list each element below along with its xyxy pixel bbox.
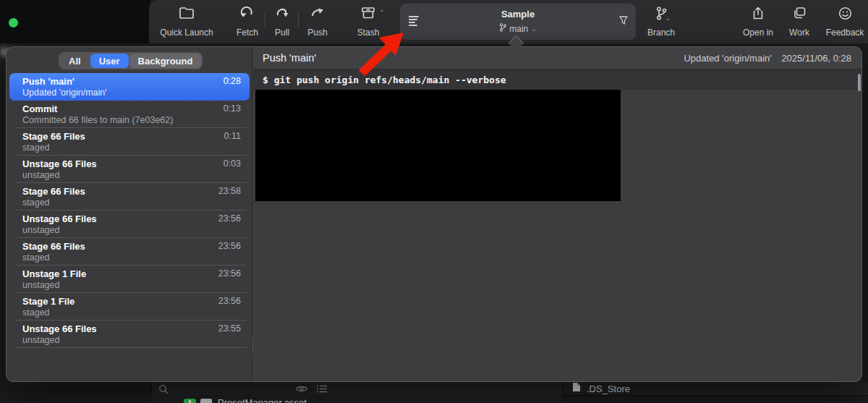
search-icon[interactable] (158, 384, 169, 394)
detail-header: Push 'main' Updated 'origin/main' 2025/1… (253, 47, 862, 69)
activity-row-unstage[interactable]: Unstage 66 Files unstaged 0:03 (9, 156, 250, 183)
repo-status-box[interactable]: Sample main ⌄ (400, 4, 636, 40)
background-window-corner (0, 0, 150, 43)
activity-row-stage[interactable]: Stage 66 Files staged 23:58 (9, 183, 250, 211)
share-icon (752, 7, 765, 20)
activity-row-commit[interactable]: Commit Committed 66 files to main (7e03e… (9, 101, 250, 128)
tab-user[interactable]: User (90, 54, 129, 68)
file-thumbnail-icon (200, 399, 212, 403)
fetch-button[interactable]: Fetch (230, 4, 265, 41)
open-in-label: Open in (743, 27, 773, 38)
traffic-light-green-button[interactable] (9, 18, 18, 27)
activity-row-stage[interactable]: Stage 66 Files staged 23:56 (9, 238, 250, 266)
document-icon (572, 382, 581, 395)
current-branch-label[interactable]: main (509, 24, 528, 34)
scrollbar-thumb[interactable] (858, 74, 861, 91)
activity-list: Push 'main' Updated 'origin/main' 0:28 C… (7, 73, 252, 348)
quick-launch-label: Quick Launch (160, 27, 213, 38)
file-row[interactable]: .DS_Store (562, 382, 868, 396)
work-label: Work (789, 27, 809, 38)
open-in-button[interactable]: Open in (736, 4, 780, 41)
push-button[interactable]: Push (301, 4, 334, 41)
fetch-label: Fetch (237, 27, 258, 38)
eye-icon[interactable] (295, 384, 308, 394)
detail-title: Push 'main' (263, 52, 316, 64)
list-view-icon[interactable] (316, 384, 328, 394)
branch-label: Branch (647, 27, 675, 38)
smiley-icon (838, 7, 852, 20)
quick-launch-button[interactable]: Quick Launch (155, 4, 218, 41)
tab-all[interactable]: All (60, 54, 90, 68)
detail-timestamp: 2025/11/06, 0:28 (781, 53, 851, 64)
stash-box-icon (360, 7, 376, 20)
toolbar-separator (265, 12, 265, 27)
layers-icon (793, 7, 807, 20)
app-window: Quick Launch Fetch Pull Push Stash ⌄ Sam… (0, 0, 868, 403)
console-output-redacted (255, 90, 621, 201)
activity-row-unstage[interactable]: Unstage 66 Files unstaged 23:55 (9, 321, 250, 348)
tab-background[interactable]: Background (129, 54, 202, 68)
background-window-bottom: PresetManager.asset .DS_Store (0, 382, 868, 403)
git-branch-icon (499, 23, 506, 34)
folder-icon (179, 7, 195, 20)
activity-row-unstage-one[interactable]: Unstage 1 File unstaged 23:56 (9, 266, 250, 293)
filter-funnel-icon[interactable] (618, 15, 629, 28)
detail-status-text: Updated 'origin/main' (684, 53, 771, 64)
feedback-button[interactable]: Feedback (822, 4, 868, 41)
activity-detail-panel: Push 'main' Updated 'origin/main' 2025/1… (253, 47, 862, 382)
file-row[interactable]: PresetManager.asset (151, 395, 562, 403)
asset-badge-icon (184, 399, 196, 403)
pull-label: Pull (275, 27, 289, 38)
fetch-arrow-icon (239, 7, 255, 20)
detail-status: Updated 'origin/main' 2025/11/06, 0:28 (684, 53, 851, 64)
activity-row-unstage[interactable]: Unstage 66 Files unstaged 23:56 (9, 211, 250, 238)
toolbar-separator (298, 12, 299, 27)
activity-row-stage-one[interactable]: Stage 1 File staged 23:56 (9, 293, 250, 321)
git-command-text: $ git push origin refs/heads/main --verb… (263, 75, 506, 85)
activity-row-push-main[interactable]: Push 'main' Updated 'origin/main' 0:28 (9, 73, 250, 101)
file-filter-bar (151, 382, 562, 396)
activity-filter-tabs: All User Background (59, 52, 203, 69)
branch-chevron-down-icon[interactable]: ⌄ (665, 14, 671, 22)
work-button[interactable]: Work (781, 4, 817, 41)
push-label: Push (307, 27, 327, 38)
feedback-label: Feedback (826, 27, 864, 38)
activity-list-panel: All User Background Push 'main' Updated … (7, 47, 252, 382)
stash-label: Stash (357, 27, 380, 38)
push-arrow-icon (310, 7, 325, 20)
file-name: .DS_Store (587, 383, 630, 394)
pull-button[interactable]: Pull (268, 4, 297, 41)
file-name: PresetManager.asset (218, 397, 307, 403)
git-command-row: $ git push origin refs/heads/main --verb… (253, 69, 862, 90)
branch-chevron-down-icon[interactable]: ⌄ (531, 25, 537, 33)
stash-chevron-down-icon[interactable]: ⌄ (379, 6, 385, 13)
pull-arrow-icon (275, 7, 289, 20)
activity-row-stage[interactable]: Stage 66 Files staged 0:11 (9, 128, 250, 156)
activity-popover: All User Background Push 'main' Updated … (6, 46, 862, 382)
repo-title: Sample (400, 9, 636, 20)
branch-button[interactable]: Branch (641, 4, 681, 41)
